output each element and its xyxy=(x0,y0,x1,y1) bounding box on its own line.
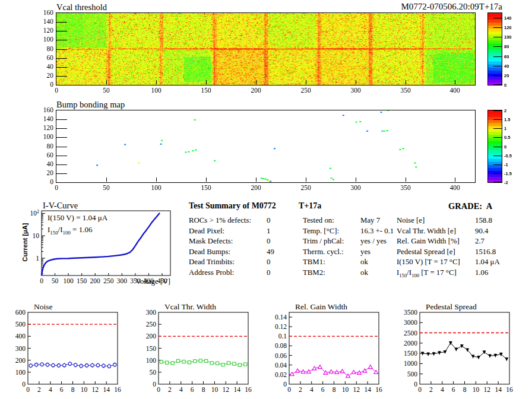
colorbar-tick xyxy=(493,46,502,47)
roc-marker xyxy=(74,363,77,366)
y-axis-tick-label: 60 xyxy=(37,151,53,159)
roc-x-tick-label: 6 xyxy=(60,386,64,393)
bump-bonding-map xyxy=(56,110,475,182)
roc-x-tick-label: 10 xyxy=(473,386,480,393)
iv-y-tick-label: 102 xyxy=(30,209,40,217)
roc-y-tick-label: 1000 xyxy=(404,360,417,367)
roc-x-tick-label: 4 xyxy=(310,386,314,393)
summary-value: 1 xyxy=(267,227,270,236)
roc-marker xyxy=(340,369,344,373)
roc-x-tick-label: 8 xyxy=(71,386,75,393)
roc-x-tick-label: 6 xyxy=(452,386,455,393)
y-axis-tick-label: 20 xyxy=(37,169,53,176)
roc-x-tick-label: 0 xyxy=(287,386,291,393)
vcal-threshold-title: Vcal threshold xyxy=(56,2,107,12)
colorbar-tick xyxy=(493,173,502,174)
colorbar-tick-label: 20 xyxy=(504,73,509,78)
iv-x-tick-label: 250 xyxy=(103,277,114,284)
roc-y-tick-label: 200 xyxy=(146,332,157,340)
roc-x-tick-label: 16 xyxy=(375,386,382,393)
colorbar-tick-label: 100 xyxy=(504,34,512,40)
roc-x-tick-label: 2 xyxy=(429,386,433,393)
roc-marker xyxy=(368,365,372,369)
roc-y-tick-label: 600 xyxy=(15,309,26,316)
iv-x-tick-label: 100 xyxy=(63,277,74,284)
roc-marker xyxy=(199,359,202,362)
summary-label: I150/I100 [T = 17 °C] xyxy=(397,268,457,278)
roc-y-tick-label: 400 xyxy=(15,332,26,340)
colorbar-tick xyxy=(493,66,502,66)
roc-marker xyxy=(221,363,224,366)
roc-x-tick-label: 6 xyxy=(321,386,325,393)
roc-plot-title: Rel. Gain Width xyxy=(295,302,347,311)
colorbar-tick xyxy=(493,119,502,120)
roc-plot-noise: Noise01002003004005006000246810121416 xyxy=(0,300,133,399)
roc-y-tick-label: 3000 xyxy=(404,319,417,326)
roc-series-line xyxy=(423,343,507,359)
roc-x-tick-label: 0 xyxy=(418,386,422,393)
roc-plot-vcal-thr-width: Vcal Thr. Width0501001502002503000246810… xyxy=(131,300,264,399)
y-axis-tick-label: 140 xyxy=(37,115,53,122)
roc-marker xyxy=(210,362,213,365)
y-axis-tick xyxy=(56,76,67,77)
x-axis-tick xyxy=(406,178,406,182)
x-axis-tick xyxy=(306,178,306,182)
iv-x-tick-label: 200 xyxy=(90,277,101,284)
colorbar-tick xyxy=(493,110,502,111)
x-axis-tick xyxy=(106,178,107,182)
summary-value: 49 xyxy=(267,248,274,256)
x-axis-tick-label: 400 xyxy=(443,87,467,94)
summary-label: Noise [e] xyxy=(397,216,425,225)
y-axis-tick-label: 100 xyxy=(37,133,53,140)
roc-y-tick-label: 2000 xyxy=(404,340,417,347)
roc-plot-title: Vcal Thr. Width xyxy=(164,302,216,311)
summary-value: 0 xyxy=(267,268,270,277)
roc-marker xyxy=(238,363,241,366)
colorbar-tick xyxy=(493,75,502,76)
roc-marker xyxy=(233,362,236,365)
summary-label: Mask Defects: xyxy=(189,237,233,246)
roc-x-tick-label: 0 xyxy=(26,386,30,393)
roc-x-tick-label: 10 xyxy=(81,386,88,393)
roc-marker xyxy=(290,372,294,376)
roc-y-tick-label: 0 xyxy=(283,381,287,388)
roc-marker xyxy=(318,365,322,369)
y-axis-tick-label: 20 xyxy=(37,72,53,79)
roc-y-tick-label: 250 xyxy=(146,321,157,328)
summary-value: 1.04 μA xyxy=(475,258,500,267)
roc-plot-title: Pedestal Spread xyxy=(426,302,477,311)
roc-y-tick-label: 0.06 xyxy=(275,352,287,359)
roc-marker xyxy=(52,363,55,366)
colorbar-tick xyxy=(493,156,502,156)
colorbar-tick-label: 60 xyxy=(504,54,509,59)
y-axis-tick-label: 80 xyxy=(37,45,53,52)
roc-y-tick-label: 100 xyxy=(15,369,26,376)
roc-x-tick-label: 4 xyxy=(441,386,444,393)
roc-x-tick-label: 16 xyxy=(506,386,513,393)
x-axis-tick-label: 350 xyxy=(394,184,417,191)
roc-x-tick-label: 16 xyxy=(245,386,252,393)
colorbar-tick-label: 140 xyxy=(504,15,512,21)
roc-x-tick-label: 12 xyxy=(484,386,491,393)
roc-y-tick-label: 0 xyxy=(153,381,156,388)
iv-x-tick-label: 50 xyxy=(52,277,59,284)
colorbar-tick xyxy=(493,164,502,165)
x-axis-tick xyxy=(455,80,455,84)
roc-marker xyxy=(34,363,37,366)
roc-y-tick-label: 150 xyxy=(146,345,157,352)
summary-value: May 7 xyxy=(360,216,380,225)
x-axis-tick xyxy=(356,80,356,84)
roc-marker xyxy=(182,360,185,363)
roc-plot-rel-gain-width: Rel. Gain Width00.020.040.060.080.10.120… xyxy=(261,300,394,399)
x-axis-tick-label: 250 xyxy=(294,87,318,94)
roc-marker xyxy=(454,348,458,352)
summary-label: Rel. Gain Width [%] xyxy=(397,237,460,246)
roc-y-tick-label: 0 xyxy=(414,381,417,388)
colorbar-tick-label: 0.5 xyxy=(504,135,510,140)
colorbar-tick-label: -1 xyxy=(504,162,508,167)
colorbar-tick xyxy=(493,56,502,57)
bump-bonding-title: Bump bonding map xyxy=(56,100,125,110)
roc-y-tick-label: 100 xyxy=(146,357,157,364)
vcal-color-scale-frame xyxy=(487,12,502,86)
colorbar-tick-label: 2 xyxy=(504,108,506,113)
